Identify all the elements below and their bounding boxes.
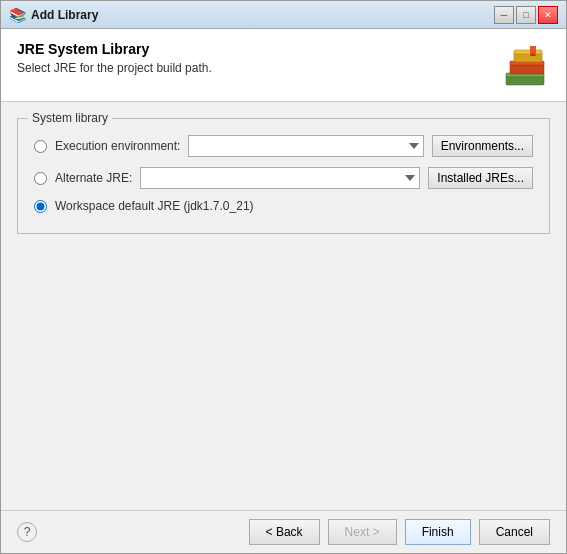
cancel-button[interactable]: Cancel	[479, 519, 550, 545]
environments-button[interactable]: Environments...	[432, 135, 533, 157]
workspace-default-label[interactable]: Workspace default JRE (jdk1.7.0_21)	[55, 199, 254, 213]
alternate-jre-dropdown[interactable]	[140, 167, 420, 189]
window-title: Add Library	[31, 8, 494, 22]
workspace-default-radio[interactable]	[34, 200, 47, 213]
back-button[interactable]: < Back	[249, 519, 320, 545]
execution-env-label[interactable]: Execution environment:	[55, 139, 180, 153]
title-bar: 📚 Add Library ─ □ ✕	[1, 1, 566, 29]
close-button[interactable]: ✕	[538, 6, 558, 24]
alternate-jre-row: Alternate JRE: Installed JREs...	[34, 167, 533, 189]
help-button[interactable]: ?	[17, 522, 37, 542]
system-library-group: System library Execution environment: En…	[17, 118, 550, 234]
content-area: System library Execution environment: En…	[1, 102, 566, 510]
execution-env-dropdown[interactable]	[188, 135, 423, 157]
execution-env-radio[interactable]	[34, 140, 47, 153]
svg-rect-5	[514, 50, 542, 54]
workspace-default-row: Workspace default JRE (jdk1.7.0_21)	[34, 199, 533, 213]
header-section: JRE System Library Select JRE for the pr…	[1, 29, 566, 102]
window-controls: ─ □ ✕	[494, 6, 558, 24]
library-icon	[502, 41, 550, 89]
header-title: JRE System Library	[17, 41, 212, 57]
alternate-jre-label[interactable]: Alternate JRE:	[55, 171, 132, 185]
footer: ? < Back Next > Finish Cancel	[1, 510, 566, 553]
alternate-jre-radio[interactable]	[34, 172, 47, 185]
group-label: System library	[28, 111, 112, 125]
window-icon: 📚	[9, 7, 25, 23]
window: 📚 Add Library ─ □ ✕ JRE System Library S…	[0, 0, 567, 554]
minimize-button[interactable]: ─	[494, 6, 514, 24]
finish-button[interactable]: Finish	[405, 519, 471, 545]
installed-jres-button[interactable]: Installed JREs...	[428, 167, 533, 189]
next-button[interactable]: Next >	[328, 519, 397, 545]
maximize-button[interactable]: □	[516, 6, 536, 24]
execution-env-row: Execution environment: Environments...	[34, 135, 533, 157]
header-subtitle: Select JRE for the project build path.	[17, 61, 212, 75]
